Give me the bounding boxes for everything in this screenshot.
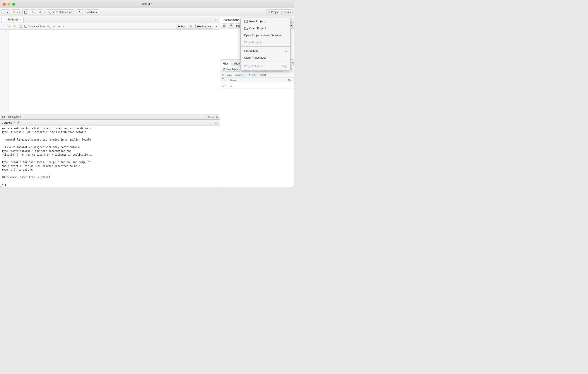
console-pane: Console ~/ 🔗 _ □ You are welcome to redi… (0, 120, 220, 187)
console-maximize-btn[interactable]: □ (214, 121, 218, 125)
print-button[interactable]: 🖨 (37, 9, 43, 15)
project-button[interactable]: ⬡ Project: (None) ▾ (266, 9, 293, 15)
editor-pane-controls: _ □ (210, 18, 218, 21)
editor-tab-name: Untitled1 (8, 18, 18, 21)
editor-tab[interactable]: 📄 Untitled1 ✕ (1, 17, 23, 22)
console-line-7: Type 'demo()' for some demos, 'help()' f… (2, 161, 218, 164)
menu-item-new-project[interactable]: New Project... (241, 18, 290, 25)
console-line-4: R is a collaborative project with many c… (2, 145, 218, 149)
addins-button[interactable]: Addins ▾ (85, 9, 99, 15)
env-save-btn[interactable]: 💾 (228, 23, 234, 28)
path-stat202[interactable]: STAT 202 (246, 74, 256, 76)
redo-btn[interactable]: ↪ (7, 24, 11, 29)
goto-icon: 🔍 (48, 11, 51, 14)
console-title: Console (2, 121, 12, 124)
align-btn[interactable]: ≡ (214, 24, 218, 29)
file-icon-parent: ↑ (226, 84, 230, 87)
addins-dropdown-icon: ▾ (96, 11, 97, 14)
find-btn[interactable]: 🔍 (46, 24, 51, 29)
files-pane: Files Plots Packages Help Viewer (220, 60, 294, 187)
new-project-icon (244, 20, 248, 23)
new-file-dropdown-icon: ▾ (7, 11, 8, 14)
menu-item-close-project: Close Project (241, 39, 290, 46)
source-on-save-label[interactable]: Source on Save (24, 25, 45, 28)
clear-project-list-label: Clear Project List (244, 56, 266, 59)
minimize-button[interactable] (7, 3, 10, 6)
file-check (221, 84, 226, 87)
up-arrow-icon: ↑ (226, 84, 228, 87)
open-project-label: Open Project... (249, 27, 268, 30)
console-line-10: [Workspace loaded from ~/.RData] (2, 175, 218, 179)
close-button[interactable] (3, 3, 6, 6)
main-toolbar: 📄 ▾ 📂 ▾ 💾 🗂 🖨 🔍 Go to file/function ⚙ ▾ … (0, 8, 294, 16)
console-header: Console ~/ 🔗 _ □ (0, 120, 220, 126)
check-header (221, 79, 226, 82)
console-line-blank-3 (2, 157, 218, 161)
console-minimize-btn[interactable]: _ (209, 121, 213, 125)
editor-file-icon: 📄 (4, 18, 7, 21)
editor-toolbar: ↩ ↪ 📁 💾 Source on Save 🔍 ✏ ≡ ▾ ▶ R (0, 23, 220, 30)
code-editor[interactable] (9, 30, 220, 114)
size-header: Size (279, 79, 292, 81)
console-line-2: Type 'license()' or 'licence()' for dist… (2, 130, 218, 134)
toolbar-separator-3 (75, 10, 75, 14)
env-save-icon: 💾 (230, 24, 232, 27)
editor-tab-close[interactable]: ✕ (19, 19, 21, 21)
select-all-checkbox[interactable] (221, 79, 224, 81)
open-file-button[interactable]: 📂 ▾ (11, 9, 20, 15)
path-home[interactable]: Home (226, 74, 232, 76)
editor-area[interactable]: 1 (0, 30, 220, 114)
menu-item-open-project[interactable]: Open Project... (241, 25, 290, 32)
file-checkbox-parent[interactable] (221, 84, 224, 87)
new-folder-label: New Folder (226, 68, 239, 71)
path-lab01[interactable]: Lab 01 (259, 74, 266, 76)
menu-item-open-project-new-session[interactable]: Open Project in New Session... (241, 32, 290, 39)
console-path-icon: 🔗 (17, 121, 20, 124)
new-file-button[interactable]: 📄 ▾ (1, 9, 10, 15)
goto-label: Go to file/function (52, 11, 72, 14)
env-new-btn[interactable]: 🌿 (221, 23, 227, 28)
cursor-position: 1:1 (2, 116, 5, 118)
options-dropdown-icon: ▾ (81, 11, 83, 14)
file-row-parent[interactable]: ↑ .. (220, 83, 294, 89)
show-in-files-btn[interactable]: 📁 (12, 24, 17, 29)
project-options-label: Project Options... (244, 64, 266, 68)
editor-pane: 📄 Untitled1 ✕ _ □ ↩ ↪ 📁 💾 (0, 16, 220, 120)
files-maximize-btn[interactable]: □ (291, 61, 294, 65)
save-all-button[interactable]: 🗂 (30, 9, 36, 15)
options-button[interactable]: ⚙ ▾ (77, 9, 84, 15)
path-more-btn[interactable]: ••• (290, 74, 292, 76)
maximize-button[interactable] (12, 3, 15, 6)
tab-files[interactable]: Files (220, 61, 231, 66)
goto-button[interactable]: 🔍 Go to file/function (46, 9, 74, 15)
menu-item-clear-project-list[interactable]: Clear Project List (241, 54, 290, 61)
addins-label: Addins (87, 11, 95, 14)
console-line-3: Natural language support but running in … (2, 138, 218, 142)
save-all-icon: 🗂 (32, 11, 34, 14)
editor-maximize-btn[interactable]: □ (214, 18, 218, 21)
project-label: Project: (None) (271, 11, 289, 14)
console-body[interactable]: You are welcome to redistribute it under… (0, 126, 220, 187)
re-run-btn[interactable]: ⟳ (188, 24, 194, 29)
more-editor-btn[interactable]: ▾ (62, 24, 66, 29)
save-editor-btn[interactable]: 💾 (18, 24, 24, 29)
menu-item-instructions[interactable]: instructions ⌘, (241, 47, 290, 54)
editor-minimize-btn[interactable]: _ (210, 18, 214, 21)
toolbar-separator-1 (21, 10, 21, 14)
run-btn[interactable]: ▶ Run (176, 24, 187, 29)
undo-btn[interactable]: ↩ (1, 24, 6, 29)
new-file-icon: 📄 (3, 11, 6, 14)
source-on-save-checkbox[interactable] (24, 25, 27, 28)
compile-btn[interactable]: ≡ (57, 24, 61, 29)
home-icon: 🏠 (221, 73, 225, 76)
source-btn[interactable]: ▶▶ Source ▾ (195, 24, 213, 29)
project-dropdown-menu: New Project... Open Project... Open (240, 18, 291, 70)
files-breadcrumb: 🏠 Home › Desktop › STAT 202 › Lab 01 ••• (220, 72, 294, 78)
tab-files-label: Files (223, 62, 229, 65)
code-tools-btn[interactable]: ✏ (52, 24, 56, 29)
new-folder-btn[interactable]: 🌿 New Folder (221, 67, 240, 72)
tab-environment[interactable]: Environment (220, 17, 242, 23)
save-button[interactable]: 💾 (22, 9, 29, 15)
path-desktop[interactable]: Desktop (234, 74, 243, 76)
env-new-icon: 🌿 (223, 24, 226, 27)
